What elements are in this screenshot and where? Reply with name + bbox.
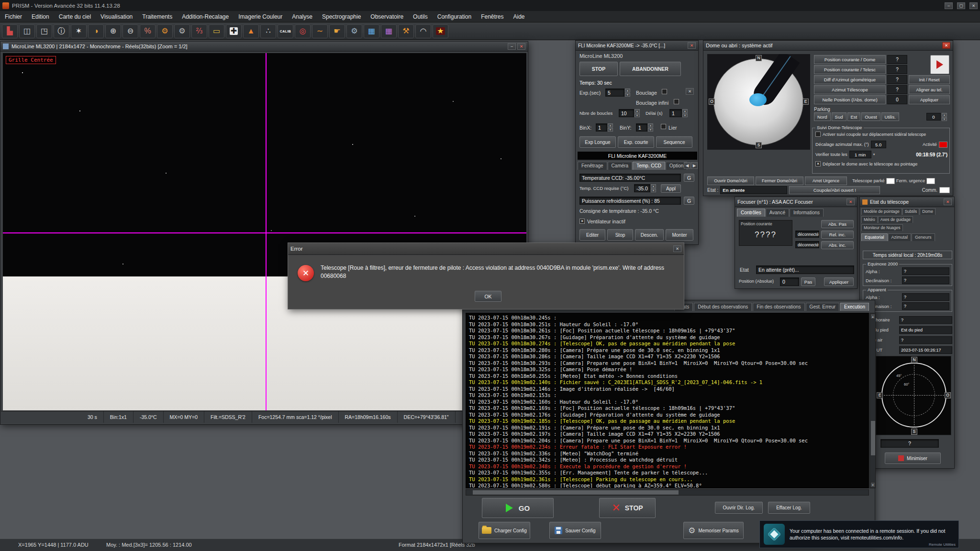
menu-item[interactable]: Edition <box>27 11 54 22</box>
menu-item[interactable]: Analyse <box>287 11 317 22</box>
emergency-stop-button[interactable]: Arret Urgence <box>805 176 847 185</box>
fan-checkbox[interactable]: ✕ <box>579 219 585 224</box>
telescope-window-titlebar[interactable]: Etat du télescope ✕ <box>860 197 954 207</box>
record-icon[interactable]: ◎ <box>295 24 311 38</box>
save-config-button[interactable]: Sauver Config <box>549 522 601 539</box>
loop-infinite-checkbox[interactable] <box>674 99 679 104</box>
focuser-close-button[interactable]: ✕ <box>846 198 855 205</box>
log-output[interactable]: TU 2023-07-15 00h18m30.245s :TU 2023-07-… <box>466 313 869 488</box>
menu-item[interactable]: Observatoire <box>366 11 408 22</box>
log-tab[interactable]: Fin des observations <box>753 303 804 311</box>
camera-abort-button[interactable]: ABANDONNER <box>620 62 681 76</box>
apply-temperature-button[interactable]: Appl <box>661 184 681 193</box>
loop-checkbox[interactable] <box>662 89 667 94</box>
abs-position-input[interactable]: 0 <box>780 277 799 286</box>
error-dialog-titlebar[interactable]: Error ✕ <box>288 243 684 255</box>
delay-stepper[interactable] <box>682 109 688 117</box>
loops-stepper[interactable] <box>635 109 640 117</box>
short-exposure-button[interactable]: Exp. courte <box>618 136 654 148</box>
dome-close-button[interactable]: ✕ <box>942 42 950 49</box>
dither-dots-icon[interactable]: ∴ <box>260 24 276 38</box>
dome-row-button[interactable]: Nelle Position (/Abs. dome) <box>814 95 886 104</box>
tracking-enable-checkbox[interactable] <box>815 132 821 137</box>
zoom-in-icon[interactable]: ⊕ <box>105 24 121 38</box>
moon-phase-icon[interactable]: ◑ <box>88 24 104 38</box>
dome-row-value[interactable]: ? <box>887 85 907 94</box>
scroll-down-icon[interactable]: ▾ <box>870 482 875 487</box>
menu-item[interactable]: Outils <box>408 11 433 22</box>
tab-scroll-left-icon[interactable]: ◀ <box>684 162 690 169</box>
dome-parking-button[interactable]: Sud <box>832 112 846 121</box>
align-cross-icon[interactable]: ✚ <box>226 24 242 38</box>
camera-stop-button[interactable]: STOP <box>579 62 618 76</box>
dome-parking-button[interactable]: Est <box>847 112 861 121</box>
telescope-tab[interactable]: Modèle de pointage <box>861 208 902 215</box>
menu-item[interactable]: Visualisation <box>96 11 137 22</box>
temp-request-stepper[interactable] <box>651 184 656 192</box>
log-hscrollbar[interactable] <box>466 489 869 496</box>
camera-tab[interactable]: Caméra <box>608 162 633 170</box>
grid-blue-icon[interactable]: ▦ <box>364 24 379 38</box>
pointer-hand-icon[interactable]: ☛ <box>329 24 345 38</box>
close-dome-button[interactable]: Fermer Dome/Abri <box>756 176 803 185</box>
memorize-params-button[interactable]: ⚙Memoriser Params <box>683 522 744 539</box>
dome-row-value[interactable]: ? <box>887 65 907 74</box>
focuser-tab[interactable]: Informations <box>790 209 824 217</box>
image-close-button[interactable]: ✕ <box>517 43 525 50</box>
color-flame-icon[interactable]: ▲ <box>243 24 259 38</box>
exposure-stepper[interactable] <box>625 88 630 97</box>
telescope-tab[interactable]: Axes de guidage <box>878 216 913 223</box>
focuser-tab[interactable]: Contrôles <box>737 209 765 217</box>
dome-row-button[interactable]: Azimut Télescope <box>814 85 886 94</box>
curve-icon[interactable]: ∼ <box>312 24 328 38</box>
cooling-down-button[interactable]: Descen. <box>635 229 664 241</box>
cooling-stop-button[interactable]: Stop <box>607 229 633 241</box>
automation-gears-icon[interactable]: ⚙ <box>346 24 362 38</box>
menu-item[interactable]: Aide <box>509 11 530 22</box>
dome-row-action-button[interactable]: Init / Reset <box>909 75 950 84</box>
dome-row-value[interactable]: ? <box>887 55 907 64</box>
telescope-tab[interactable]: Moniteur de Nuages <box>861 224 903 231</box>
clear-log-button[interactable]: Effacer Log. <box>768 502 810 514</box>
parking-position-stepper[interactable] <box>942 113 947 121</box>
grid-purple-icon[interactable]: ▦ <box>381 24 397 38</box>
camera-close-button[interactable]: ✕ <box>688 42 696 49</box>
cooling-graph-button[interactable]: G <box>684 197 694 205</box>
telescope-tab[interactable]: Geneurs <box>912 233 935 241</box>
focuser-window-titlebar[interactable]: Focuser (n°1) : ASA ACC Focuser ✕ <box>735 197 857 207</box>
step-unit-button[interactable]: Pas <box>801 277 815 286</box>
sky-chart-icon[interactable]: ✶ <box>71 24 87 38</box>
menu-item[interactable]: Imagerie Couleur <box>234 11 287 22</box>
open-dome-button[interactable]: Ouvrir Dome/Abri <box>707 176 754 185</box>
menu-item[interactable]: Configuration <box>433 11 476 22</box>
link-bin-checkbox[interactable] <box>661 124 666 129</box>
app-titlebar[interactable]: PRISM - Version Avancée 32 bits 11.4.13.… <box>0 0 980 11</box>
biny-input[interactable]: 1 <box>636 123 647 132</box>
dome-goto-button[interactable] <box>930 55 949 74</box>
log-tab[interactable]: Gest. Erreur <box>806 303 839 311</box>
app-close-button[interactable]: ✕ <box>969 2 978 9</box>
open-log-dir-button[interactable]: Ouvrir Dir. Log. <box>715 502 763 514</box>
scale-percent-icon[interactable]: % <box>140 24 156 38</box>
process-gears-icon[interactable]: ⚙ <box>157 24 173 38</box>
loops-input[interactable]: 10 <box>619 109 634 117</box>
tools-icon[interactable]: ⚒ <box>398 24 414 38</box>
hscroll-thumb[interactable] <box>473 490 679 495</box>
info-icon[interactable]: ⓘ <box>54 24 69 38</box>
azimut-offset-input[interactable]: 5.0 <box>871 141 886 148</box>
app-maximize-button[interactable]: ▢ <box>957 2 965 9</box>
telescope-tab[interactable]: Equatorial <box>861 233 888 241</box>
save-icon[interactable]: ◫ <box>19 24 35 38</box>
dome-row-action-button[interactable]: Appliquer <box>909 95 950 104</box>
image-minimize-button[interactable]: – <box>508 43 516 50</box>
observatory-dome-icon[interactable]: ◠ <box>415 24 431 38</box>
delay-input[interactable]: 1 <box>669 109 682 117</box>
container-icon[interactable]: ▭ <box>209 24 224 38</box>
parking-position-input[interactable]: 0 <box>926 113 941 121</box>
app-minimize-button[interactable]: – <box>945 2 953 9</box>
telescope-tab[interactable]: Météo <box>861 216 878 223</box>
minimize-panel-button[interactable]: Minimiser <box>885 452 941 464</box>
sequence-button[interactable]: Sequence <box>656 136 692 148</box>
binx-input[interactable]: 1 <box>596 123 607 132</box>
dome-window-titlebar[interactable]: Dome ou abri : système actif ✕ <box>703 41 953 51</box>
